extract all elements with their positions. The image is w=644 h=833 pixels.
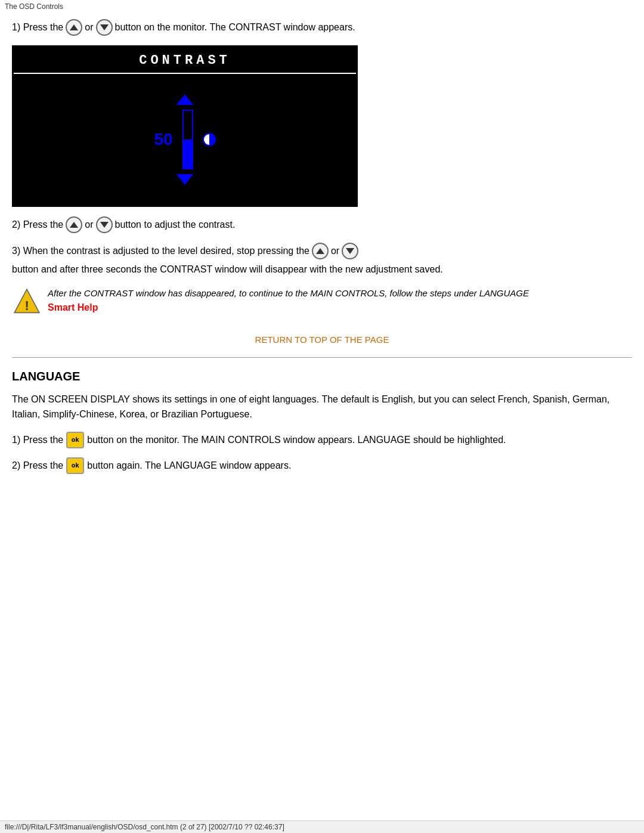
down-button-1[interactable] xyxy=(96,19,113,36)
warning-triangle-icon: ! xyxy=(12,287,42,317)
step-1: 1) Press the or button on the monitor. T… xyxy=(12,19,632,36)
step-1-or: or xyxy=(85,20,93,35)
title-bar: The OSD Controls xyxy=(0,0,644,13)
contrast-body: 50 xyxy=(14,74,356,205)
step-3-text: 3) When the contrast is adjusted to the … xyxy=(12,243,632,277)
step-3: 3) When the contrast is adjusted to the … xyxy=(12,243,632,277)
svg-text:!: ! xyxy=(24,298,29,313)
language-step-2: 2) Press the ok button again. The LANGUA… xyxy=(12,457,632,475)
step-2-prefix: 2) Press the xyxy=(12,217,63,233)
lang-step-1-prefix: 1) Press the xyxy=(12,432,63,449)
contrast-slider xyxy=(182,110,193,169)
main-content: 1) Press the or button on the monitor. T… xyxy=(0,13,644,488)
smart-help-label[interactable]: Smart Help xyxy=(48,302,529,313)
language-intro: The ON SCREEN DISPLAY shows its settings… xyxy=(12,392,632,422)
contrast-half-circle-icon xyxy=(203,133,216,146)
lang-step-1-suffix: button on the monitor. The MAIN CONTROLS… xyxy=(87,432,506,449)
contrast-up-arrow xyxy=(177,94,193,105)
language-title: LANGUAGE xyxy=(12,370,632,383)
step-1-suffix: button on the monitor. The CONTRAST wind… xyxy=(115,20,355,35)
contrast-inner: 50 xyxy=(154,94,215,185)
up-button-2[interactable] xyxy=(66,216,82,233)
step-2: 2) Press the or button to adjust the con… xyxy=(12,216,632,233)
contrast-down-arrow xyxy=(177,174,193,185)
language-step-1: 1) Press the ok button on the monitor. T… xyxy=(12,432,632,449)
ok-button-1[interactable]: ok xyxy=(66,432,84,448)
warning-box: ! After the CONTRAST window has disappea… xyxy=(12,287,632,317)
step-3-suffix: button and after three seconds the CONTR… xyxy=(12,262,443,277)
language-section: LANGUAGE The ON SCREEN DISPLAY shows its… xyxy=(12,370,632,475)
up-button-1[interactable] xyxy=(66,19,82,36)
return-to-top-link[interactable]: RETURN TO TOP OF THE PAGE xyxy=(255,335,389,345)
warning-text: After the CONTRAST window has disappeare… xyxy=(48,288,529,298)
step-2-suffix: button to adjust the contrast. xyxy=(115,217,236,233)
up-button-3[interactable] xyxy=(312,243,329,259)
ok-button-2[interactable]: ok xyxy=(66,457,84,474)
status-bar: file:///D|/Rita/LF3/lf3manual/english/OS… xyxy=(0,820,644,833)
return-link-container: RETURN TO TOP OF THE PAGE xyxy=(12,335,632,345)
contrast-value: 50 xyxy=(154,130,172,149)
slider-fill xyxy=(184,140,192,168)
step-1-prefix: 1) Press the xyxy=(12,20,63,35)
step-2-or: or xyxy=(85,217,93,233)
down-button-3[interactable] xyxy=(342,243,358,259)
contrast-middle-row: 50 xyxy=(154,110,215,169)
contrast-window: CONTRAST 50 xyxy=(12,45,358,207)
down-button-2[interactable] xyxy=(96,216,113,233)
section-divider xyxy=(12,357,632,358)
step-1-text: 1) Press the or button on the monitor. T… xyxy=(12,19,632,36)
slider-track xyxy=(182,110,193,169)
contrast-title: CONTRAST xyxy=(14,47,356,74)
title-bar-text: The OSD Controls xyxy=(5,2,63,11)
lang-step-2-prefix: 2) Press the xyxy=(12,457,63,475)
step-3-prefix: 3) When the contrast is adjusted to the … xyxy=(12,243,309,259)
warning-text-block: After the CONTRAST window has disappeare… xyxy=(48,287,529,314)
step-2-text: 2) Press the or button to adjust the con… xyxy=(12,216,632,233)
status-bar-text: file:///D|/Rita/LF3/lf3manual/english/OS… xyxy=(5,823,284,831)
step-3-or: or xyxy=(331,243,339,259)
lang-step-2-suffix: button again. The LANGUAGE window appear… xyxy=(87,457,291,475)
